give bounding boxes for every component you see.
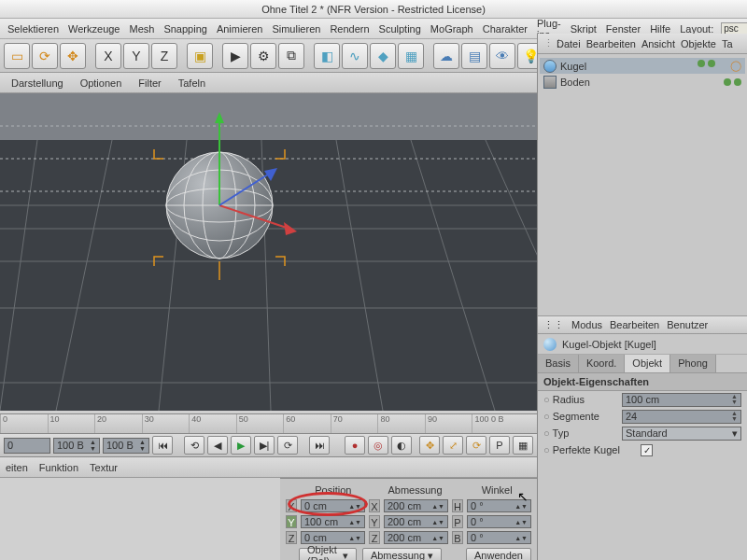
goto-end-icon[interactable]: ⏭ bbox=[309, 436, 330, 455]
radius-label: Radius bbox=[543, 394, 618, 405]
menu-rendern[interactable]: Rendern bbox=[326, 21, 373, 36]
mat-tab-funktion[interactable]: Funktion bbox=[39, 462, 78, 473]
menu-animieren[interactable]: Animieren bbox=[213, 21, 267, 36]
step-back-icon[interactable]: ◀ bbox=[207, 436, 228, 455]
key-pla-icon[interactable]: ▦ bbox=[513, 436, 533, 455]
segments-input[interactable]: 24▲▼ bbox=[622, 410, 741, 424]
phong-tag-icon[interactable]: ◯ bbox=[730, 60, 741, 72]
environment-icon[interactable]: ☁ bbox=[433, 43, 459, 69]
visibility-render-dot[interactable] bbox=[734, 78, 741, 86]
keyframe-selection-icon[interactable]: ◐ bbox=[391, 436, 412, 455]
attr-row-radius: Radius 100 cm▲▼ bbox=[538, 391, 747, 408]
attr-tab-phong[interactable]: Phong bbox=[670, 355, 716, 372]
picture-viewer-icon[interactable]: ⧉ bbox=[278, 43, 304, 69]
rotate-tool-icon[interactable]: ⟳ bbox=[32, 43, 58, 69]
dim-label-z: Z bbox=[369, 531, 380, 544]
mat-tab-eiten[interactable]: eiten bbox=[6, 462, 28, 473]
apply-button[interactable]: Anwenden bbox=[466, 548, 531, 560]
perfect-sphere-checkbox[interactable]: ✓ bbox=[641, 444, 653, 456]
om-tab-ansicht[interactable]: Ansicht bbox=[641, 38, 675, 49]
attr-tab-modus[interactable]: Modus bbox=[571, 319, 602, 330]
key-scale-icon[interactable]: ⤢ bbox=[443, 436, 463, 455]
render-settings-icon[interactable]: ⚙ bbox=[250, 43, 276, 69]
object-manager-tabs: ⋮⋮ Datei Bearbeiten Ansicht Objekte Ta bbox=[538, 34, 747, 54]
om-tab-bearbeiten[interactable]: Bearbeiten bbox=[586, 38, 636, 49]
pos-z-input[interactable]: 0 cm▲▼ bbox=[301, 531, 365, 544]
attr-tab-koord[interactable]: Koord. bbox=[579, 355, 625, 372]
visibility-render-dot[interactable] bbox=[708, 60, 715, 67]
autokey-icon[interactable]: ◎ bbox=[368, 436, 388, 455]
object-row-kugel[interactable]: Kugel ◯ bbox=[540, 58, 745, 74]
view-optionen[interactable]: Optionen bbox=[75, 76, 128, 91]
dim-x-input[interactable]: 200 cm▲▼ bbox=[384, 499, 448, 512]
attr-tab-bearbeiten[interactable]: Bearbeiten bbox=[610, 319, 659, 330]
camera-icon[interactable]: 👁 bbox=[489, 43, 515, 69]
om-tab-datei[interactable]: Datei bbox=[557, 38, 581, 49]
primitive-cube-icon[interactable]: ◧ bbox=[314, 43, 340, 69]
deformer-icon[interactable]: ▦ bbox=[398, 43, 424, 69]
dim-z-input[interactable]: 200 cm▲▼ bbox=[384, 531, 448, 544]
menu-sculpting[interactable]: Sculpting bbox=[375, 21, 425, 36]
object-name[interactable]: Boden bbox=[560, 77, 590, 88]
end-frame-input[interactable]: 100 B▲▼ bbox=[103, 438, 149, 454]
attr-tab-objekt[interactable]: Objekt bbox=[625, 355, 670, 372]
axis-x-icon[interactable]: X bbox=[95, 43, 121, 69]
tool-icon[interactable]: ▭ bbox=[4, 43, 30, 69]
floor-icon[interactable]: ▤ bbox=[461, 43, 487, 69]
key-pos-icon[interactable]: ✥ bbox=[419, 436, 440, 455]
view-tafeln[interactable]: Tafeln bbox=[173, 76, 211, 91]
attr-tab-benutzer[interactable]: Benutzer bbox=[667, 319, 708, 330]
axis-z-icon[interactable]: Z bbox=[151, 43, 177, 69]
view-filter[interactable]: Filter bbox=[133, 76, 166, 91]
axis-y-icon[interactable]: Y bbox=[123, 43, 149, 69]
ang-h-input[interactable]: 0 °▲▼ bbox=[467, 499, 531, 512]
panel-grip-icon[interactable]: ⋮⋮ bbox=[543, 37, 551, 49]
next-key-icon[interactable]: ⟳ bbox=[277, 436, 298, 455]
ang-p-input[interactable]: 0 °▲▼ bbox=[467, 515, 531, 528]
spline-icon[interactable]: ∿ bbox=[342, 43, 368, 69]
key-param-icon[interactable]: P bbox=[489, 436, 510, 455]
menu-mograph[interactable]: MoGraph bbox=[427, 21, 477, 36]
move-tool-icon[interactable]: ✥ bbox=[60, 43, 86, 69]
object-name[interactable]: Kugel bbox=[560, 61, 586, 72]
om-tab-tags[interactable]: Ta bbox=[722, 38, 733, 49]
visibility-editor-dot[interactable] bbox=[698, 60, 705, 67]
play-icon[interactable]: ▶ bbox=[231, 436, 251, 455]
playback-bar: 0 100 B▲▼ 100 B▲▼ ⏮ ⟲ ◀ ▶ ▶| ⟳ ⏭ ● ◎ ◐ ✥… bbox=[0, 434, 537, 457]
record-key-icon[interactable]: ● bbox=[345, 436, 365, 455]
ang-b-input[interactable]: 0 °▲▼ bbox=[467, 531, 531, 544]
timeline-ruler[interactable]: 0 10 20 30 40 50 60 70 80 90 100 0 B bbox=[0, 413, 537, 434]
key-rot-icon[interactable]: ⟳ bbox=[466, 436, 486, 455]
object-row-boden[interactable]: Boden bbox=[540, 74, 745, 90]
goto-start-icon[interactable]: ⏮ bbox=[152, 436, 173, 455]
render-view-icon[interactable]: ▶ bbox=[222, 43, 248, 69]
generator-icon[interactable]: ◆ bbox=[370, 43, 396, 69]
dimension-mode-button[interactable]: Abmessung▾ bbox=[362, 548, 442, 560]
view-darstellung[interactable]: Darstellung bbox=[6, 76, 69, 91]
menu-werkzeuge[interactable]: Werkzeuge bbox=[64, 21, 123, 36]
object-manager-list[interactable]: Kugel ◯ Boden bbox=[538, 54, 747, 315]
menu-snapping[interactable]: Snapping bbox=[160, 21, 211, 36]
menu-simulieren[interactable]: Simulieren bbox=[268, 21, 324, 36]
mat-tab-textur[interactable]: Textur bbox=[90, 462, 118, 473]
prev-key-icon[interactable]: ⟲ bbox=[184, 436, 204, 455]
dim-y-input[interactable]: 200 cm▲▼ bbox=[384, 515, 448, 528]
menu-charakter[interactable]: Charakter bbox=[479, 21, 531, 36]
start-frame-input[interactable]: 0 bbox=[4, 438, 50, 454]
position-mode-button[interactable]: Objekt (Rel)▾ bbox=[299, 548, 357, 560]
step-forward-icon[interactable]: ▶| bbox=[254, 436, 275, 455]
om-tab-objekte[interactable]: Objekte bbox=[681, 38, 716, 49]
visibility-editor-dot[interactable] bbox=[724, 78, 731, 86]
radius-input[interactable]: 100 cm▲▼ bbox=[622, 393, 741, 407]
material-menu-bar: eiten Funktion Textur bbox=[0, 457, 537, 478]
viewport[interactable] bbox=[0, 93, 537, 411]
pos-x-input[interactable]: 0 cm▲▼ bbox=[301, 499, 365, 512]
cube-primitive-icon[interactable]: ▣ bbox=[187, 43, 213, 69]
current-frame-input[interactable]: 100 B▲▼ bbox=[53, 438, 100, 454]
panel-grip-icon[interactable]: ⋮⋮ bbox=[543, 319, 564, 331]
menu-mesh[interactable]: Mesh bbox=[125, 21, 158, 36]
type-dropdown[interactable]: Standard▾ bbox=[622, 427, 741, 441]
menu-selektieren[interactable]: Selektieren bbox=[4, 21, 63, 36]
pos-y-input[interactable]: 100 cm▲▼ bbox=[301, 515, 365, 528]
attr-tab-basis[interactable]: Basis bbox=[538, 355, 579, 372]
